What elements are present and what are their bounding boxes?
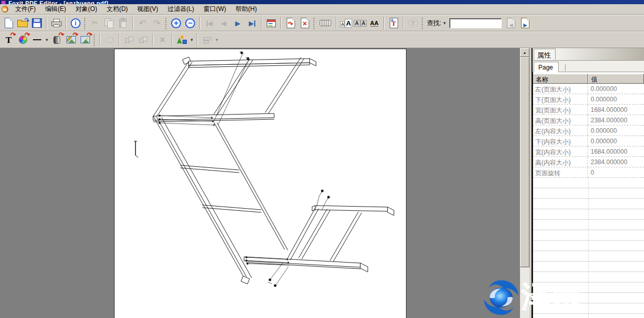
property-row[interactable]: 页面旋转 0 [533,167,644,178]
page-layout-button[interactable] [264,16,278,30]
group-back-button[interactable] [122,33,136,47]
find-next-button[interactable]: ▶ [518,16,532,30]
property-value[interactable]: 1684.000000 [588,146,644,156]
property-row[interactable]: 宽(内容大小) 1684.000000 [533,146,644,157]
text-tool-button[interactable]: T [406,16,420,30]
property-name: 高(内容大小) [533,157,588,167]
keyboard-icon [320,20,331,26]
properties-caption: 属性 [534,49,556,60]
find-dropdown-caret[interactable]: ▾ [442,16,447,30]
delete-object-button[interactable]: × [155,33,170,47]
app-icon [1,1,6,4]
property-value[interactable]: 0.000000 [588,126,644,135]
property-value[interactable]: 2384.000000 [588,157,644,167]
menu-item[interactable]: 对象(O) [71,4,101,15]
font-style-button[interactable]: AA [339,16,353,30]
cut-icon: ✂ [92,19,98,27]
insert-text-button[interactable]: + T [387,16,401,30]
print-button[interactable] [49,16,63,30]
property-value[interactable]: 1684.000000 [588,105,644,115]
column-header-name[interactable]: 名称 [533,74,588,84]
property-value[interactable]: 0.000000 [588,84,644,94]
property-row[interactable]: 下(内容大小) 0.000000 [533,136,644,146]
last-page-button[interactable]: ▶ [245,16,259,30]
properties-caption-bar: 属性 [533,48,644,61]
find-input[interactable] [449,18,502,28]
property-value[interactable]: 0.000000 [588,136,644,146]
find-previous-button[interactable]: ◀ [504,16,518,30]
add-text-object-button[interactable]: T ↷ [2,33,16,47]
property-row[interactable]: 高(内容大小) 2384.000000 [533,157,644,167]
app-window: Foxit PDF Editor - [anzhuang.pdf] 文件(F)编… [0,0,644,318]
group-forward-button[interactable] [136,33,150,47]
menu-item[interactable]: 编辑(E) [40,4,71,15]
cut-button[interactable]: ✂ [88,16,102,30]
menu-item[interactable]: 视图(V) [132,4,163,15]
property-value[interactable]: 2384.000000 [588,115,644,125]
zoom-out-button[interactable]: − [183,16,197,30]
font-size-button[interactable]: AA [353,16,367,30]
toolbar-grip[interactable] [93,34,95,46]
keyboard-button[interactable] [317,16,334,30]
save-icon [32,18,42,28]
property-row[interactable]: 下(页面大小) 0.000000 [533,94,644,105]
toolbar-grip[interactable] [313,17,315,29]
menu-item[interactable]: 文档(D) [102,4,133,15]
delete-page-button[interactable]: × [298,16,312,30]
align-button[interactable] [200,33,214,47]
first-page-button[interactable]: ◀ [202,16,217,30]
property-row[interactable]: 高(页面大小) 2384.000000 [533,115,644,126]
rotate-page-button[interactable]: ↷ [284,16,298,30]
property-name: 下(内容大小) [533,136,588,146]
pdf-page[interactable] [114,49,406,318]
property-name: 高(页面大小) [533,115,588,125]
previous-page-button[interactable]: ◀ [217,16,231,30]
delete-cross-icon: × [160,35,165,44]
menu-item[interactable]: 过滤器(L) [163,4,199,15]
menu-item[interactable]: 文件(F) [10,4,40,15]
line-tool-caret[interactable]: ▾ [44,33,50,47]
info-icon: i [71,18,81,28]
shapes-caret[interactable]: ▾ [189,33,195,47]
copy-button[interactable] [102,16,116,30]
property-row[interactable]: 左(内容大小) 0.000000 [533,126,644,136]
page-layout-icon [267,19,276,27]
add-image-button[interactable]: ↷ [78,33,92,47]
open-button[interactable]: ↷ [16,16,30,30]
shapes-button[interactable] [175,33,189,47]
add-shading-button[interactable]: ↷ [50,33,64,47]
property-row[interactable]: 左(页面大小) 0.000000 [533,84,644,94]
char-spacing-button[interactable]: AA [367,16,381,30]
zoom-in-button[interactable]: + [169,16,183,30]
redo-button[interactable]: ↷ [150,16,164,30]
toolbar-grip[interactable] [421,17,423,29]
add-color-object-button[interactable]: ↷ [16,33,30,47]
find-bar: 查找: ▾ ◀ ▶ [425,16,532,30]
document-info-button[interactable]: i [69,16,83,30]
new-document-button[interactable] [2,16,16,30]
property-name: 左(内容大小) [533,126,588,135]
toolbar-grip[interactable] [84,17,86,29]
menu-item[interactable]: 窗口(W) [199,4,231,15]
scrollbar-thumb[interactable] [520,57,529,267]
paste-button[interactable] [116,16,130,30]
next-page-button[interactable]: ▶ [231,16,245,30]
separator [336,17,337,29]
undo-button[interactable]: ↶ [135,16,150,30]
tab-page[interactable]: Page [534,62,559,72]
scroll-up-button[interactable]: ▲ [520,48,529,57]
lasso-select-button[interactable] [103,33,117,47]
property-value[interactable]: 0 [588,167,644,177]
save-button[interactable] [30,16,44,30]
edit-image-button[interactable]: ↷ [64,33,78,47]
line-tool-button[interactable] [30,33,44,47]
property-value[interactable]: 0.000000 [588,94,644,104]
column-header-value[interactable]: 值 [588,74,644,84]
toolbar-grip[interactable] [165,17,167,29]
menu-item[interactable]: 帮助(H) [231,4,262,15]
align-caret[interactable]: ▾ [214,33,220,47]
property-row[interactable]: 宽(页面大小) 1684.000000 [533,105,644,115]
properties-grid-header: 名称 值 [533,74,644,84]
find-next-icon: ▶ [521,18,529,28]
watermark-logo [482,279,520,316]
